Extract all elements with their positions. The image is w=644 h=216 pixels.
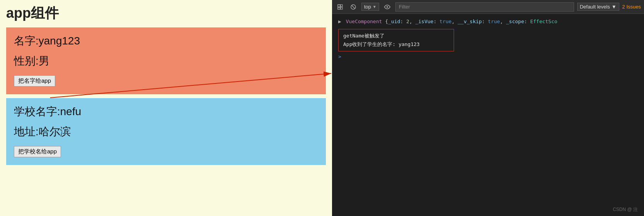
student-component-box: 名字:yang123 性别:男 把名字给app bbox=[6, 27, 326, 94]
csdn-watermark: CSDN @ 注 bbox=[613, 206, 638, 213]
vue-component-props: {_uid: 2, _isVue: true, __v_skip: true, … bbox=[385, 19, 557, 24]
default-levels-label: Default levels bbox=[580, 4, 610, 10]
give-school-button[interactable]: 把学校名给app bbox=[14, 146, 61, 157]
block-button[interactable] bbox=[348, 2, 358, 12]
svg-rect-3 bbox=[341, 5, 342, 7]
console-line-2: App收到了学生的名字: yang123 bbox=[343, 41, 449, 48]
vue-component-keyword: VueComponent bbox=[346, 19, 382, 24]
console-output-box: getName被触发了 App收到了学生的名字: yang123 bbox=[338, 29, 454, 51]
vue-component-line: ▶ VueComponent {_uid: 2, _isVue: true, _… bbox=[338, 19, 638, 24]
school-component-box: 学校名字:nefu 地址:哈尔滨 把学校名给app bbox=[6, 98, 326, 165]
chevron-down-icon: ▼ bbox=[373, 5, 376, 9]
svg-rect-4 bbox=[341, 7, 342, 9]
console-expand-icon[interactable]: > bbox=[338, 54, 638, 60]
student-name-label: 名字:yang123 bbox=[14, 34, 318, 48]
school-address-label: 地址:哈尔滨 bbox=[14, 124, 318, 139]
eye-button[interactable] bbox=[382, 2, 392, 12]
expand-arrow-icon: ▶ bbox=[338, 19, 341, 24]
give-name-button[interactable]: 把名字给app bbox=[14, 75, 55, 87]
devtools-toolbar: top ▼ Default levels ▼ 2 Issues bbox=[332, 0, 644, 14]
devtools-content: ▶ VueComponent {_uid: 2, _isVue: true, _… bbox=[332, 14, 644, 216]
context-selector[interactable]: top ▼ bbox=[361, 3, 379, 11]
log-levels-selector[interactable]: Default levels ▼ bbox=[577, 3, 619, 11]
svg-rect-2 bbox=[338, 5, 340, 7]
levels-chevron-icon: ▼ bbox=[612, 4, 617, 10]
console-line-1: getName被触发了 bbox=[343, 32, 449, 39]
top-label: top bbox=[364, 4, 371, 10]
svg-point-8 bbox=[386, 6, 388, 8]
issues-badge: 2 Issues bbox=[622, 4, 641, 10]
school-name-label: 学校名字:nefu bbox=[14, 104, 318, 119]
devtools-panel: top ▼ Default levels ▼ 2 Issues ▶ VueCom… bbox=[332, 0, 644, 216]
left-panel: app组件 名字:yang123 性别:男 把名字给app 学校名字:nefu … bbox=[0, 0, 332, 216]
student-gender-label: 性别:男 bbox=[14, 54, 318, 68]
filter-input[interactable] bbox=[395, 2, 574, 12]
svg-line-7 bbox=[352, 5, 355, 9]
app-title: app组件 bbox=[6, 4, 326, 23]
inspect-element-button[interactable] bbox=[335, 2, 345, 12]
svg-rect-5 bbox=[338, 7, 340, 9]
